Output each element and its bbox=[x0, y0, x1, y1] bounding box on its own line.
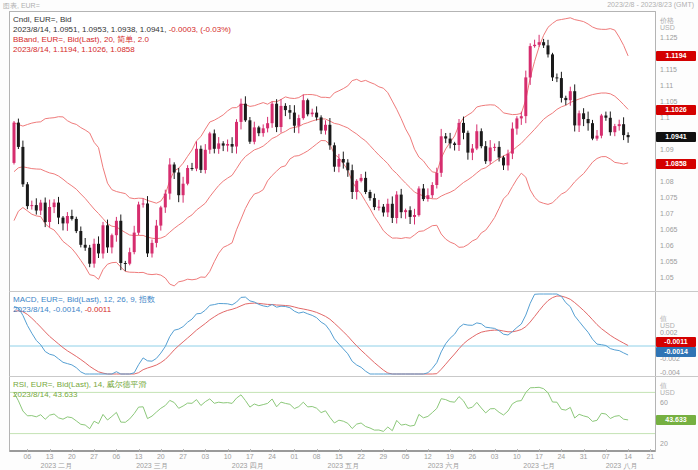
time-axis-tick-mark bbox=[72, 449, 73, 452]
time-axis-tick-mark bbox=[27, 449, 28, 452]
date-range-label: 2023/2/8 - 2023/8/23 (GMT) bbox=[607, 1, 694, 8]
time-axis-tick-mark bbox=[161, 449, 162, 452]
price-axis-badge: 1.1194 bbox=[656, 51, 696, 61]
price-axis-tick: 1.07 bbox=[660, 210, 674, 217]
time-axis-tick-mark bbox=[472, 449, 473, 452]
rsi-panel-legend[interactable]: RSI, EUR=, Bid(Last), 14, 威尔德平滑 2023/8/1… bbox=[13, 380, 147, 400]
price-axis-tick: 1.08 bbox=[660, 178, 674, 185]
time-axis-tick-mark bbox=[183, 449, 184, 452]
time-axis-day-label: 27 bbox=[179, 453, 187, 460]
rsi-axis-tick: 20 bbox=[660, 440, 668, 447]
time-axis-day-label: 22 bbox=[357, 453, 365, 460]
time-axis-day-label: 13 bbox=[135, 453, 143, 460]
price-axis-tick: 1.075 bbox=[660, 194, 678, 201]
time-axis-day-label: 24 bbox=[268, 453, 276, 460]
time-axis-tick-mark bbox=[406, 449, 407, 452]
time-axis-day-label: 07 bbox=[602, 453, 610, 460]
time-axis-tick-mark bbox=[50, 449, 51, 452]
time-axis-day-label: 06 bbox=[23, 453, 31, 460]
time-axis-tick-mark bbox=[561, 449, 562, 452]
price-axis-unit: USD bbox=[660, 24, 675, 31]
time-axis-month-label: 2023 八月 bbox=[606, 461, 638, 470]
candle-series-label: Cndl, EUR=, Bid bbox=[13, 15, 71, 24]
time-axis-tick-mark bbox=[294, 449, 295, 452]
time-axis-day-label: 08 bbox=[313, 453, 321, 460]
time-axis-month-label: 2023 五月 bbox=[328, 461, 360, 470]
time-axis-day-label: 10 bbox=[513, 453, 521, 460]
rsi-axis-badge: 43.633 bbox=[656, 415, 696, 425]
time-axis-month-label: 2023 四月 bbox=[232, 461, 264, 470]
time-axis-tick-mark bbox=[606, 449, 607, 452]
time-axis-day-label: 06 bbox=[112, 453, 120, 460]
price-axis-badge: 1.0941 bbox=[656, 132, 696, 142]
time-axis-day-label: 13 bbox=[46, 453, 54, 460]
macd-panel-legend[interactable]: MACD, EUR=, Bid(Last), 12, 26, 9, 指数 202… bbox=[13, 295, 155, 315]
time-axis-day-label: 19 bbox=[446, 453, 454, 460]
bband-values-label: 2023/8/14, 1.1194, 1.1026, 1.0858 bbox=[13, 45, 135, 54]
time-axis-tick-mark bbox=[428, 449, 429, 452]
time-axis-month-label: 2023 三月 bbox=[136, 461, 168, 470]
price-panel-legend[interactable]: Cndl, EUR=, Bid 2023/8/14, 1.0951, 1.095… bbox=[13, 15, 231, 55]
bband-series-label: BBand, EUR=, Bid(Last), 20, 简单, 2.0 bbox=[13, 35, 149, 44]
time-axis-day-label: 17 bbox=[535, 453, 543, 460]
rsi-axis-unit: USD bbox=[660, 389, 675, 396]
price-axis-tick: 1.055 bbox=[660, 258, 678, 265]
time-axis-tick-mark bbox=[450, 449, 451, 452]
time-axis-tick-mark bbox=[94, 449, 95, 452]
time-axis-tick-mark bbox=[539, 449, 540, 452]
time-axis-day-label: 26 bbox=[468, 453, 476, 460]
time-axis-day-label: 20 bbox=[68, 453, 76, 460]
time-axis-tick-mark bbox=[139, 449, 140, 452]
price-axis-badge: 1.1026 bbox=[656, 105, 696, 115]
time-axis-day-label: 15 bbox=[335, 453, 343, 460]
price-axis-tick: 1.065 bbox=[660, 226, 678, 233]
time-axis-day-label: 20 bbox=[157, 453, 165, 460]
price-axis-badge: 1.0858 bbox=[656, 159, 696, 169]
rsi-axis-tick: 60 bbox=[660, 399, 668, 406]
macd-axis-badge: -0.0011 bbox=[656, 337, 696, 347]
time-axis-month-label: 2023 六月 bbox=[428, 461, 460, 470]
time-axis-tick-mark bbox=[495, 449, 496, 452]
candle-change-label: -0.0003, (-0.03%) bbox=[169, 25, 231, 34]
time-axis-day-label: 05 bbox=[402, 453, 410, 460]
time-axis-tick-mark bbox=[383, 449, 384, 452]
macd-axis-badge: -0.0014 bbox=[656, 347, 696, 357]
macd-axis-tick: 0.002 bbox=[660, 329, 678, 336]
macd-series-label: MACD, EUR=, Bid(Last), 12, 26, 9, 指数 bbox=[13, 295, 155, 304]
time-axis-day-label: 21 bbox=[646, 453, 654, 460]
rsi-values-label: 2023/8/14, 43.633 bbox=[13, 390, 78, 399]
price-axis-tick: 1.115 bbox=[660, 66, 677, 73]
time-axis-tick-mark bbox=[339, 449, 340, 452]
time-axis-day-label: 12 bbox=[424, 453, 432, 460]
time-axis-day-label: 17 bbox=[246, 453, 254, 460]
time-axis-day-label: 14 bbox=[624, 453, 632, 460]
time-axis-tick-mark bbox=[650, 449, 651, 452]
time-axis-tick-mark bbox=[228, 449, 229, 452]
time-axis-day-label: 01 bbox=[290, 453, 298, 460]
time-axis-tick-mark bbox=[317, 449, 318, 452]
time-axis-day-label: 27 bbox=[90, 453, 98, 460]
price-axis-tick: 1.1 bbox=[660, 114, 670, 121]
macd-signal-value-label: -0.0011 bbox=[85, 305, 112, 314]
price-axis-tick: 1.05 bbox=[660, 274, 674, 281]
time-axis-month-label: 2023 七月 bbox=[523, 461, 555, 470]
eikon-chart-window: 图表, EUR= 2023/2/8 - 2023/8/23 (GMT) Cndl… bbox=[0, 0, 698, 470]
macd-values-label: 2023/8/14, -0.0014, bbox=[13, 305, 82, 314]
time-axis-tick-mark bbox=[628, 449, 629, 452]
time-axis-tick-mark bbox=[250, 449, 251, 452]
time-axis-day-label: 03 bbox=[491, 453, 499, 460]
time-axis-day-label: 03 bbox=[201, 453, 209, 460]
time-axis-tick-mark bbox=[361, 449, 362, 452]
macd-axis-tick: -0.004 bbox=[660, 369, 680, 376]
time-axis-month-label: 2023 二月 bbox=[41, 461, 73, 470]
time-axis-day-label: 29 bbox=[379, 453, 387, 460]
time-axis-tick-mark bbox=[272, 449, 273, 452]
price-axis-tick: 1.125 bbox=[660, 34, 678, 41]
time-axis-day-label: 24 bbox=[557, 453, 565, 460]
rsi-series-label: RSI, EUR=, Bid(Last), 14, 威尔德平滑 bbox=[13, 380, 147, 389]
price-axis-tick: 1.11 bbox=[660, 82, 673, 89]
time-axis-day-label: 10 bbox=[224, 453, 232, 460]
price-axis-tick: 1.06 bbox=[660, 242, 674, 249]
time-axis-tick-mark bbox=[584, 449, 585, 452]
chart-context-label: 图表, EUR= bbox=[3, 1, 40, 11]
